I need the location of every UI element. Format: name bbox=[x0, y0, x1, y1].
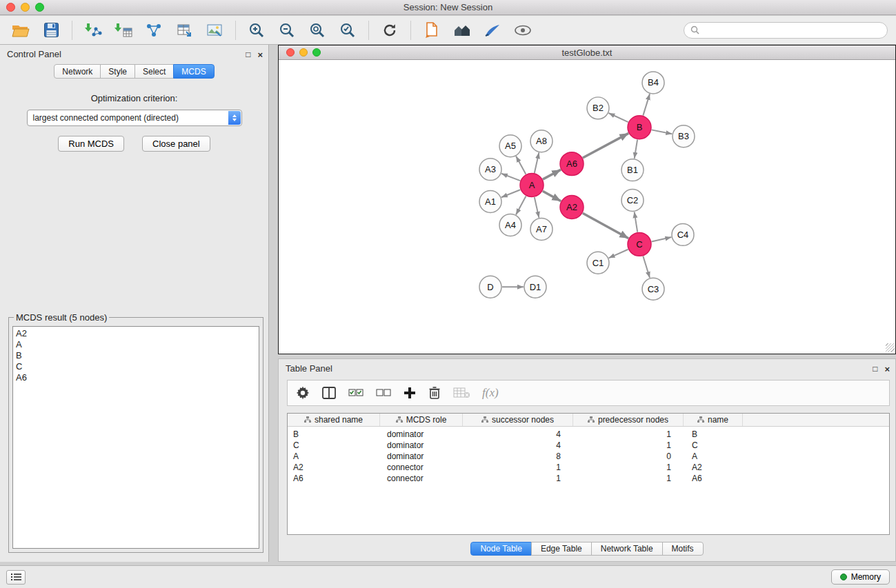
tab-network[interactable]: Network bbox=[54, 64, 101, 79]
network-node-d1[interactable]: D1 bbox=[524, 276, 546, 298]
add-column-button[interactable] bbox=[404, 383, 416, 403]
network-edge[interactable] bbox=[635, 212, 638, 232]
close-window-icon[interactable] bbox=[6, 3, 15, 12]
zoom-out-button[interactable] bbox=[275, 19, 299, 42]
result-item[interactable]: A bbox=[13, 339, 259, 350]
network-edge[interactable] bbox=[516, 156, 526, 174]
float-table-panel-icon[interactable]: □ bbox=[873, 365, 877, 373]
network-node-b4[interactable]: B4 bbox=[642, 72, 664, 94]
network-node-a5[interactable]: A5 bbox=[499, 135, 521, 157]
home-button[interactable] bbox=[450, 19, 475, 42]
network-edge[interactable] bbox=[635, 140, 637, 159]
tab-motifs[interactable]: Motifs bbox=[662, 542, 704, 556]
network-edge[interactable] bbox=[516, 196, 526, 214]
network-node-a[interactable]: A bbox=[520, 174, 544, 197]
network-node-a7[interactable]: A7 bbox=[530, 218, 552, 240]
tab-mcds[interactable]: MCDS bbox=[173, 64, 214, 79]
network-node-b3[interactable]: B3 bbox=[673, 125, 695, 148]
memory-button[interactable]: Memory bbox=[831, 569, 890, 585]
zoom-view-icon[interactable] bbox=[312, 48, 321, 57]
tab-select[interactable]: Select bbox=[135, 64, 174, 79]
network-node-c[interactable]: C bbox=[628, 232, 651, 256]
network-edge[interactable] bbox=[608, 113, 628, 122]
search-input[interactable] bbox=[703, 26, 881, 35]
network-edge[interactable] bbox=[535, 197, 539, 218]
import-table-file-button[interactable] bbox=[111, 19, 136, 42]
column-header[interactable]: name bbox=[684, 414, 743, 426]
deselect-all-button[interactable] bbox=[376, 383, 391, 403]
network-graph[interactable]: B4B2BB3A5A8A6A3B1AC2A1A2A4A7C4CC1DD1C3 bbox=[279, 60, 895, 353]
float-panel-icon[interactable]: □ bbox=[246, 50, 250, 59]
network-edge[interactable] bbox=[583, 133, 628, 158]
close-table-panel-icon[interactable]: × bbox=[884, 365, 890, 374]
zoom-fit-button[interactable] bbox=[305, 19, 330, 42]
tab-network-table[interactable]: Network Table bbox=[591, 542, 663, 556]
network-node-a4[interactable]: A4 bbox=[499, 214, 521, 236]
tab-node-table[interactable]: Node Table bbox=[470, 542, 532, 556]
duplicate-document-button[interactable] bbox=[419, 19, 444, 42]
network-edge[interactable] bbox=[501, 190, 521, 197]
delete-column-button[interactable] bbox=[428, 383, 441, 403]
delete-table-button[interactable] bbox=[453, 383, 470, 403]
network-node-a2[interactable]: A2 bbox=[560, 196, 584, 219]
network-edge[interactable] bbox=[643, 94, 650, 116]
result-item[interactable]: A2 bbox=[13, 328, 259, 339]
minimize-view-icon[interactable] bbox=[299, 48, 308, 57]
select-all-button[interactable] bbox=[348, 383, 364, 403]
network-node-b1[interactable]: B1 bbox=[621, 159, 644, 181]
tab-style[interactable]: Style bbox=[100, 64, 135, 79]
result-item[interactable]: C bbox=[13, 361, 259, 372]
refresh-button[interactable] bbox=[377, 19, 402, 42]
minimize-window-icon[interactable] bbox=[21, 3, 30, 12]
show-columns-button[interactable] bbox=[322, 383, 336, 403]
table-row[interactable]: Bdominator41B bbox=[288, 429, 889, 440]
zoom-in-button[interactable] bbox=[244, 19, 269, 42]
result-item[interactable]: B bbox=[13, 350, 259, 361]
network-node-a8[interactable]: A8 bbox=[530, 130, 552, 152]
network-node-c1[interactable]: C1 bbox=[587, 252, 609, 274]
network-edge[interactable] bbox=[501, 174, 520, 181]
apply-style-button[interactable] bbox=[480, 19, 505, 42]
network-node-d[interactable]: D bbox=[479, 276, 501, 298]
table-row[interactable]: A6connector11A6 bbox=[288, 473, 889, 484]
network-node-b[interactable]: B bbox=[628, 116, 651, 139]
open-session-button[interactable] bbox=[8, 19, 33, 42]
network-edge[interactable] bbox=[652, 237, 672, 241]
network-node-c4[interactable]: C4 bbox=[672, 223, 694, 245]
network-edge[interactable] bbox=[535, 152, 539, 173]
panel-splitter[interactable] bbox=[269, 45, 278, 562]
network-node-b2[interactable]: B2 bbox=[587, 97, 609, 119]
network-window-titlebar[interactable]: testGlobe.txt bbox=[279, 45, 895, 60]
column-header[interactable]: successor nodes bbox=[463, 414, 573, 426]
network-edge[interactable] bbox=[583, 213, 628, 239]
table-row[interactable]: Cdominator41C bbox=[288, 440, 889, 451]
close-panel-icon[interactable]: × bbox=[257, 50, 263, 59]
tab-edge-table[interactable]: Edge Table bbox=[531, 542, 592, 556]
network-node-a1[interactable]: A1 bbox=[479, 191, 501, 213]
network-edge[interactable] bbox=[609, 250, 628, 258]
network-node-a3[interactable]: A3 bbox=[479, 159, 501, 181]
result-item[interactable]: A6 bbox=[13, 372, 259, 383]
import-network-file-button[interactable] bbox=[81, 19, 106, 42]
network-edge[interactable] bbox=[643, 256, 650, 278]
show-hide-button[interactable] bbox=[510, 19, 535, 42]
table-row[interactable]: A2connector11A2 bbox=[288, 462, 889, 473]
function-builder-button[interactable]: f(x) bbox=[482, 383, 499, 403]
show-panels-button[interactable] bbox=[6, 570, 26, 585]
table-row[interactable]: Adominator80A bbox=[288, 451, 889, 462]
network-edge[interactable] bbox=[652, 130, 673, 134]
network-node-a6[interactable]: A6 bbox=[560, 152, 584, 176]
table-mode-button[interactable] bbox=[296, 383, 310, 403]
clone-network-button[interactable] bbox=[141, 19, 166, 42]
mcds-result-list[interactable]: A2ABCA6 bbox=[12, 326, 259, 549]
network-node-c2[interactable]: C2 bbox=[621, 190, 644, 212]
close-panel-button[interactable]: Close panel bbox=[142, 136, 210, 152]
column-header[interactable]: shared name bbox=[288, 414, 380, 426]
criterion-dropdown[interactable]: largest connected component (directed) bbox=[27, 110, 242, 126]
export-table-button[interactable] bbox=[172, 19, 197, 42]
export-image-button[interactable] bbox=[202, 19, 227, 42]
zoom-window-icon[interactable] bbox=[35, 3, 44, 12]
network-edge[interactable] bbox=[543, 191, 561, 201]
network-canvas[interactable]: B4B2BB3A5A8A6A3B1AC2A1A2A4A7C4CC1DD1C3 bbox=[279, 60, 895, 353]
resize-grip[interactable] bbox=[886, 343, 895, 352]
